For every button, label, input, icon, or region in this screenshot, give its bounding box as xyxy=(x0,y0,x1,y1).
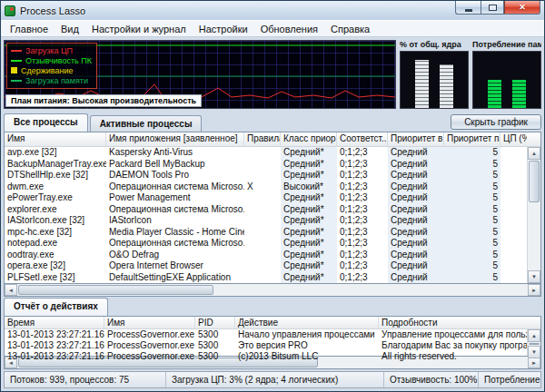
action-log-table: ВремяИмяPIDДействиеПодробности 13-01-201… xyxy=(4,316,541,357)
table-row[interactable]: avp.exe [32]Kaspersky Anti-VirusСредний*… xyxy=(5,147,527,159)
cell: DAEMON Tools Pro xyxy=(106,170,244,181)
cell: 5 xyxy=(444,260,500,272)
log-cell: Начало управления процессами xyxy=(235,329,379,340)
cell xyxy=(500,147,527,159)
cell xyxy=(244,159,281,171)
log-row[interactable]: 13-01-2013 23:27:21.160ProcessGovernor.e… xyxy=(5,340,527,351)
scroll-right-icon[interactable]: ► xyxy=(528,284,540,296)
table-row[interactable]: BackupManagerTray.exe [32]Packard Bell M… xyxy=(5,159,527,171)
scroll-down-icon[interactable]: ▼ xyxy=(528,270,540,283)
table-row[interactable]: PLFSetI.exe [32]DefaultSettingEXE Applic… xyxy=(5,272,527,284)
tab-action-log[interactable]: Отчёт о действиях xyxy=(4,298,108,316)
cell: Средний xyxy=(388,260,444,272)
cell xyxy=(244,147,281,159)
titlebar[interactable]: Process Lasso ✕ xyxy=(1,1,544,20)
log-cell: 13-01-2013 23:27:21.160 xyxy=(5,329,104,340)
process-table-vscrollbar[interactable]: ▲ ▼ xyxy=(527,147,540,283)
menu-item-5[interactable]: Справка xyxy=(324,22,376,36)
log-column-header-4[interactable]: Подробности xyxy=(379,317,527,328)
table-row[interactable]: ePowerTray.exePower ManagementСредний*0;… xyxy=(5,192,527,204)
scroll-up-icon[interactable]: ▲ xyxy=(528,329,540,342)
tab-all-processes[interactable]: Все процессы xyxy=(4,113,88,132)
log-column-header-0[interactable]: Время xyxy=(5,317,104,328)
cell: Средний* xyxy=(281,204,337,216)
cell xyxy=(500,272,527,284)
log-column-header-2[interactable]: PID xyxy=(195,317,235,328)
graph-section: Загрузка ЦПОтзывчивость ПКСдерживаниеЗаг… xyxy=(4,40,541,109)
hscroll-track[interactable] xyxy=(214,284,528,296)
log-vscrollbar[interactable]: ▲ ▼ xyxy=(527,329,540,356)
log-row[interactable]: 13-01-2013 23:27:21.160ProcessGovernor.e… xyxy=(5,329,527,340)
cell: mpc-hc.exe [32] xyxy=(5,227,106,239)
cell: Высокий* xyxy=(281,181,337,193)
cell: 5 xyxy=(444,272,500,284)
legend-label: Загрузка ЦП xyxy=(25,46,73,55)
column-header-0[interactable]: Имя xyxy=(5,132,106,146)
memory-gauge-panel xyxy=(472,51,541,109)
memory-gauge: Потребление памяти xyxy=(469,40,541,109)
legend-marker-icon xyxy=(11,80,22,82)
table-row[interactable]: dwm.exeОперационная система Microso...XВ… xyxy=(5,181,527,193)
log-table-header: ВремяИмяPIDДействиеПодробности xyxy=(5,317,540,329)
vscroll-track[interactable] xyxy=(528,203,540,270)
cell: DTShellHlp.exe [32] xyxy=(5,170,106,181)
minimize-button[interactable] xyxy=(455,1,481,15)
table-row[interactable]: oodtray.exeO&O DefragСредний*0;1;2;3Сред… xyxy=(5,250,527,261)
scroll-down-icon[interactable]: ▼ xyxy=(528,346,540,358)
log-column-header-1[interactable]: Имя xyxy=(104,317,195,328)
cell: 0;1;2;3 xyxy=(337,227,388,239)
cell xyxy=(244,192,281,204)
log-column-header-3[interactable]: Действие xyxy=(235,317,379,328)
column-header-2[interactable]: Правила xyxy=(244,132,281,146)
scroll-up-icon[interactable]: ▲ xyxy=(528,147,540,160)
cell xyxy=(244,250,281,261)
cell: 0;1;2;3 xyxy=(337,215,388,227)
column-header-6[interactable]: Приоритет па... xyxy=(444,132,500,146)
menu-item-0[interactable]: Главное xyxy=(4,22,54,36)
window-controls: ✕ xyxy=(455,1,540,15)
column-header-3[interactable]: Класс приор... xyxy=(281,132,337,146)
tab-active-processes[interactable]: Активные процессы xyxy=(90,115,203,132)
cell: X xyxy=(244,181,281,193)
column-header-5[interactable]: Приоритет в... xyxy=(388,132,444,146)
scroll-left-icon[interactable]: ◄ xyxy=(5,284,17,296)
table-row[interactable]: DTShellHlp.exe [32]DAEMON Tools ProСредн… xyxy=(5,170,527,181)
menu-item-4[interactable]: Обновления xyxy=(254,22,324,36)
table-row[interactable]: notepad.exeОперационная система Microso.… xyxy=(5,238,527,250)
cell: Средний xyxy=(388,204,444,216)
column-header-7[interactable]: ЦП (%) xyxy=(500,132,527,146)
column-header-4[interactable]: Соответст... xyxy=(337,132,388,146)
close-button[interactable]: ✕ xyxy=(504,1,540,15)
menu-item-3[interactable]: Настройки xyxy=(193,22,254,36)
log-cell: 5300 xyxy=(195,351,235,362)
log-cell: 13-01-2013 23:27:21.160 xyxy=(5,351,104,362)
table-row[interactable]: mpc-hc.exe [32]Media Player Classic - Ho… xyxy=(5,227,527,239)
cell: Средний* xyxy=(281,250,337,261)
table-row[interactable]: IAStorIcon.exe [32]IAStorIconСредний*0;1… xyxy=(5,215,527,227)
cell xyxy=(500,215,527,227)
status-pane-2: Отзывчивость: 100% xyxy=(384,372,479,387)
hscroll-thumb[interactable] xyxy=(18,285,213,295)
column-header-1[interactable]: Имя приложения [заявленное] xyxy=(106,132,244,146)
menu-item-2[interactable]: Настройки и журнал xyxy=(85,22,193,36)
table-row[interactable]: opera.exe [32]Opera Internet BrowserСред… xyxy=(5,260,527,272)
hide-graph-button[interactable]: Скрыть график xyxy=(451,114,541,130)
vscroll-thumb[interactable] xyxy=(529,343,540,345)
statusbar: Потоков: 939, процессов: 75Загрузка ЦП: … xyxy=(4,371,541,388)
cell: 5 xyxy=(444,192,500,204)
maximize-button[interactable] xyxy=(481,1,504,15)
cell: Операционная система Microso... xyxy=(106,181,244,193)
menu-item-1[interactable]: Вид xyxy=(54,22,85,36)
cell: 5 xyxy=(444,215,500,227)
table-row[interactable]: explorer.exeОперационная система Microso… xyxy=(5,204,527,216)
status-pane-3: Потребление памяти: 47% из xyxy=(479,372,540,387)
status-pane-0: Потоков: 939, процессов: 75 xyxy=(5,372,166,387)
process-table-hscrollbar[interactable]: ◄ ► xyxy=(4,284,541,297)
log-row[interactable]: 13-01-2013 23:27:21.160ProcessGovernor.e… xyxy=(5,351,527,362)
log-cell: All rights reserved. xyxy=(379,351,527,362)
log-cell: ProcessGovernor.exe xyxy=(104,351,195,362)
legend-label: Загрузка памяти xyxy=(25,76,88,85)
cell: Средний xyxy=(388,181,444,193)
cell: 5 xyxy=(444,250,500,261)
vscroll-thumb[interactable] xyxy=(529,161,540,202)
